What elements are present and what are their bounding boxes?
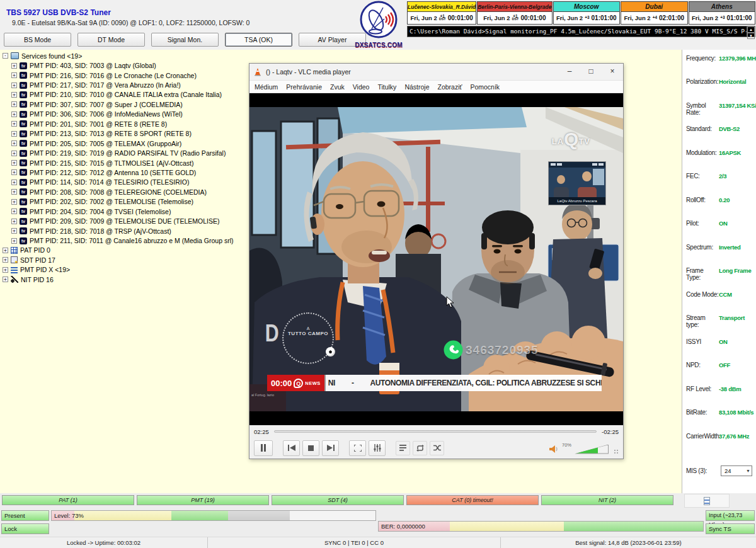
- scroll-up-icon[interactable]: ▲: [747, 26, 755, 33]
- tab-bs-mode[interactable]: BS Mode: [4, 33, 71, 47]
- mouse-cursor: [446, 296, 454, 308]
- service-row[interactable]: +tvPMT PID: 211, SID: 7011 @ Canale16 ab…: [3, 236, 233, 245]
- playlist-icon: [399, 445, 406, 451]
- playlist-button[interactable]: [396, 441, 410, 455]
- service-row[interactable]: +tvPMT PID: 216, SID: 7016 @ Le Cronache…: [3, 71, 233, 80]
- loop-button[interactable]: [413, 441, 427, 455]
- seek-slider[interactable]: [274, 430, 597, 433]
- pat-row[interactable]: +PAT PID 0: [3, 246, 233, 255]
- service-row[interactable]: +tvPMT PID: 201, SID: 7001 @ RETE 8 (RET…: [3, 119, 233, 128]
- service-row[interactable]: +tvPMT PID: 219, SID: 7019 @ RADIO PARSI…: [3, 148, 233, 157]
- tv-icon: tv: [20, 218, 27, 225]
- service-row[interactable]: +tvPMT PID: 306, SID: 7006 @ InfoMediaNe…: [3, 110, 233, 119]
- service-row[interactable]: +tvPMT PID: 205, SID: 7005 @ TELEMAX (Gr…: [3, 139, 233, 148]
- stop-button[interactable]: [302, 440, 319, 456]
- service-row[interactable]: +tvPMT PID: 213, SID: 7013 @ RETE 8 SPOR…: [3, 129, 233, 139]
- tree-root-row[interactable]: - Services found <19>: [3, 51, 233, 60]
- param-npd: NPD:OFF: [686, 362, 755, 368]
- command-prompt[interactable]: C:\Users\Roman Dávid>Signal monitoring_P…: [407, 26, 747, 37]
- pat-progress: PAT (1): [2, 495, 134, 505]
- ticker-headline: AUTONOMIA DIFFERENZIATA, CGIL: POLITICA …: [370, 379, 602, 387]
- menu-video[interactable]: Video: [353, 83, 370, 91]
- status-bar: Locked -> Uptime: 00:03:02 SYNC 0 | TEI …: [0, 537, 756, 548]
- expand-icon[interactable]: +: [11, 72, 17, 78]
- service-row[interactable]: +tvPMT PID: 215, SID: 7015 @ TLTMOLISE1 …: [3, 158, 233, 168]
- expand-icon[interactable]: +: [11, 189, 17, 195]
- expand-icon[interactable]: +: [11, 199, 17, 205]
- expand-icon[interactable]: +: [11, 219, 17, 224]
- close-button[interactable]: ×: [602, 64, 623, 81]
- expand-icon[interactable]: +: [11, 121, 17, 127]
- service-row[interactable]: +tvPMT PID: 209, SID: 7009 @ TELEMOLISE …: [3, 216, 233, 225]
- menu-media[interactable]: Médium: [255, 83, 278, 91]
- tab-signal-mon[interactable]: Signal Mon.: [151, 33, 219, 47]
- expand-icon[interactable]: +: [11, 63, 17, 69]
- expand-icon[interactable]: +: [11, 238, 17, 244]
- expand-icon[interactable]: +: [11, 92, 17, 98]
- service-row[interactable]: +tvPMT PID: 217, SID: 7017 @ Vera Abruzz…: [3, 80, 233, 89]
- collapse-icon[interactable]: -: [3, 53, 8, 59]
- menu-tools[interactable]: Nástroje: [404, 83, 429, 91]
- vlc-titlebar[interactable]: () - Laqtv - VLC media player – □ ×: [249, 64, 623, 81]
- menu-playback[interactable]: Prehrávanie: [286, 83, 322, 91]
- menu-view[interactable]: Zobraziť: [437, 83, 462, 91]
- service-row[interactable]: +tvPMT PID: 202, SID: 7002 @ TELEMOLISE …: [3, 197, 233, 207]
- loop-icon: [416, 445, 424, 452]
- pmt-x-row[interactable]: +PMT PID X <19>: [3, 265, 233, 275]
- expand-icon[interactable]: +: [11, 180, 17, 185]
- param-mis: MIS (3): 24 ▼: [686, 465, 755, 476]
- tv-icon: tv: [20, 169, 27, 176]
- tab-tsa[interactable]: TSA (OK): [225, 33, 292, 47]
- expand-icon[interactable]: +: [11, 160, 17, 166]
- service-row[interactable]: +tvPMT PID: 204, SID: 7004 @ TVSEI (Tele…: [3, 207, 233, 216]
- resize-grip[interactable]: [614, 449, 619, 454]
- speaker-icon[interactable]: [549, 445, 559, 454]
- previous-button[interactable]: [283, 440, 300, 456]
- next-button[interactable]: [322, 440, 339, 456]
- menu-help[interactable]: Pomocník: [470, 83, 500, 91]
- equalizer-button[interactable]: [369, 440, 386, 456]
- maximize-button[interactable]: □: [580, 64, 602, 81]
- nit-row[interactable]: +NIT PID 16: [3, 275, 233, 284]
- pause-button[interactable]: [254, 440, 273, 456]
- equalizer-icon: [374, 444, 381, 452]
- service-row[interactable]: +tvPMT PID: 114, SID: 7014 @ TELESIRIO (…: [3, 178, 233, 187]
- tv-icon: tv: [20, 101, 27, 108]
- page-stripes-icon[interactable]: [704, 497, 710, 505]
- expand-icon[interactable]: +: [11, 151, 17, 156]
- clock-city: Moscow: [554, 2, 620, 12]
- expand-icon[interactable]: +: [11, 101, 17, 107]
- expand-icon[interactable]: +: [11, 83, 17, 88]
- fullscreen-button[interactable]: [349, 440, 366, 456]
- menu-subtitles[interactable]: Titulky: [377, 83, 396, 91]
- expand-icon[interactable]: +: [3, 267, 8, 273]
- volume-slider[interactable]: [575, 445, 609, 454]
- terminal-scrollbar[interactable]: ▲ ▼: [747, 26, 755, 37]
- tab-dt-mode[interactable]: DT Mode: [77, 33, 145, 47]
- expand-icon[interactable]: +: [3, 248, 8, 253]
- video-display[interactable]: na Cerr Nord: [249, 93, 623, 425]
- pmt-list-icon: [11, 266, 18, 273]
- scroll-down-icon[interactable]: ▼: [747, 33, 755, 39]
- expand-icon[interactable]: +: [11, 228, 17, 234]
- service-row[interactable]: +tvPMT PID: 208, SID: 7008 @ TELEREGIONE…: [3, 187, 233, 197]
- clock-city: Athens: [689, 2, 755, 12]
- expand-icon[interactable]: +: [3, 277, 8, 282]
- service-row[interactable]: +tvPMT PID: 218, SID: 7018 @ TRSP (AjV-O…: [3, 226, 233, 236]
- expand-icon[interactable]: +: [11, 111, 17, 117]
- service-row[interactable]: +tvPMT PID: 210, SID: 7010 @ CANALE ITAL…: [3, 90, 233, 100]
- menu-audio[interactable]: Zvuk: [330, 83, 345, 91]
- service-row[interactable]: +tvPMT PID: 403, SID: 7003 @ Laqtv (Glob…: [3, 60, 233, 70]
- sdt-row[interactable]: +SDT PID 17: [3, 255, 233, 265]
- expand-icon[interactable]: +: [11, 208, 17, 214]
- mis-dropdown[interactable]: 24 ▼: [721, 465, 752, 476]
- expand-icon[interactable]: +: [3, 257, 8, 263]
- shuffle-button[interactable]: [430, 441, 444, 455]
- minimize-button[interactable]: –: [559, 64, 580, 81]
- service-row[interactable]: +tvPMT PID: 307, SID: 7007 @ Super J (CO…: [3, 100, 233, 109]
- tv-icon: tv: [20, 150, 27, 157]
- expand-icon[interactable]: +: [11, 140, 17, 146]
- expand-icon[interactable]: +: [11, 131, 17, 137]
- service-row[interactable]: +tvPMT PID: 212, SID: 7012 @ Antenna 10 …: [3, 168, 233, 177]
- expand-icon[interactable]: +: [11, 169, 17, 175]
